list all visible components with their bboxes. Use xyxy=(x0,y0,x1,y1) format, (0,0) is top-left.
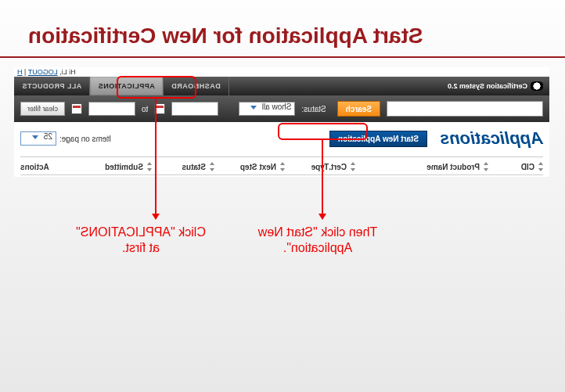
wifi-logo-icon xyxy=(531,81,543,91)
col-product-name[interactable]: Product Name xyxy=(355,162,488,171)
topbar: Hi Li, LOGOUT | H xyxy=(14,67,549,77)
app-screenshot: Hi Li, LOGOUT | H Certification System 2… xyxy=(14,67,549,177)
chevron-down-icon xyxy=(250,106,257,110)
sort-icon xyxy=(208,162,214,171)
col-submitted-label: Submitted xyxy=(105,163,143,171)
col-cid[interactable]: CID xyxy=(488,162,543,171)
logout-link[interactable]: LOGOUT xyxy=(28,68,58,76)
to-label: to xyxy=(142,105,148,113)
slide-root: Start Application for New Certification … xyxy=(0,0,565,392)
table-header-row: CID Product Name Cert.Type Next Step Sta… xyxy=(20,156,543,175)
sort-icon xyxy=(482,162,488,171)
col-actions-label: Actions xyxy=(20,163,49,171)
col-submitted[interactable]: Submitted xyxy=(81,162,152,171)
callout-text-start-new: Then click "Start New Application". xyxy=(239,225,396,256)
col-product-name-label: Product Name xyxy=(426,163,480,171)
col-cid-label: CID xyxy=(521,163,534,171)
date-from-input[interactable] xyxy=(171,102,218,116)
callout-text-applications: Click "APPLICATIONS" at first. xyxy=(70,225,211,256)
topbar-right: Hi Li, LOGOUT | H xyxy=(17,68,76,76)
search-input[interactable] xyxy=(387,101,543,117)
greeting-text: Hi Li, xyxy=(59,68,76,76)
date-to-input[interactable] xyxy=(88,102,135,116)
callout-box-start-new xyxy=(278,123,368,140)
items-on-page-label: Items on page: xyxy=(59,135,111,143)
items-on-page-value: 25 xyxy=(44,132,52,141)
col-cert-type[interactable]: Cert.Type xyxy=(285,162,355,171)
brand-text: Certification System 2.0 xyxy=(448,82,527,90)
sort-icon xyxy=(146,162,152,171)
divider: | xyxy=(23,68,27,76)
chevron-down-icon xyxy=(32,135,38,139)
calendar-icon[interactable] xyxy=(71,103,82,114)
arrow-down-icon xyxy=(152,214,160,220)
sort-icon xyxy=(349,162,355,171)
col-status[interactable]: Status xyxy=(152,162,214,171)
brand: Certification System 2.0 xyxy=(441,77,549,95)
navbar: Certification System 2.0 DASHBOARD APPLI… xyxy=(14,77,549,95)
status-select-value: Show all xyxy=(262,102,292,111)
col-next-step-label: Next Step xyxy=(240,163,276,171)
search-bar: Search Status: Show all to clear filter xyxy=(14,95,549,122)
page-title: Applications xyxy=(440,128,543,149)
callout-arrow-line xyxy=(322,140,324,214)
sort-icon xyxy=(279,162,285,171)
callout-arrow-line xyxy=(156,99,157,214)
slide-title: Start Application for New Certification xyxy=(28,23,423,49)
arrow-down-icon xyxy=(318,214,326,220)
items-on-page-select[interactable]: 25 xyxy=(20,131,56,146)
help-link[interactable]: H xyxy=(17,68,23,76)
items-on-page: Items on page: 25 xyxy=(20,131,111,146)
sort-icon xyxy=(537,162,543,171)
col-status-label: Status xyxy=(182,163,206,171)
title-underline xyxy=(0,56,565,58)
col-next-step[interactable]: Next Step xyxy=(214,162,285,171)
status-select[interactable]: Show all xyxy=(239,102,296,116)
status-label: Status: xyxy=(302,105,326,113)
clear-filter-button[interactable]: clear filter xyxy=(20,102,65,116)
col-cert-type-label: Cert.Type xyxy=(311,163,347,171)
search-button[interactable]: Search xyxy=(337,101,380,117)
col-actions: Actions xyxy=(20,163,81,171)
callout-box-applications-tab xyxy=(117,76,196,99)
nav-spacer xyxy=(229,77,441,95)
tab-all-products[interactable]: ALL PRODUCTS xyxy=(14,77,90,95)
